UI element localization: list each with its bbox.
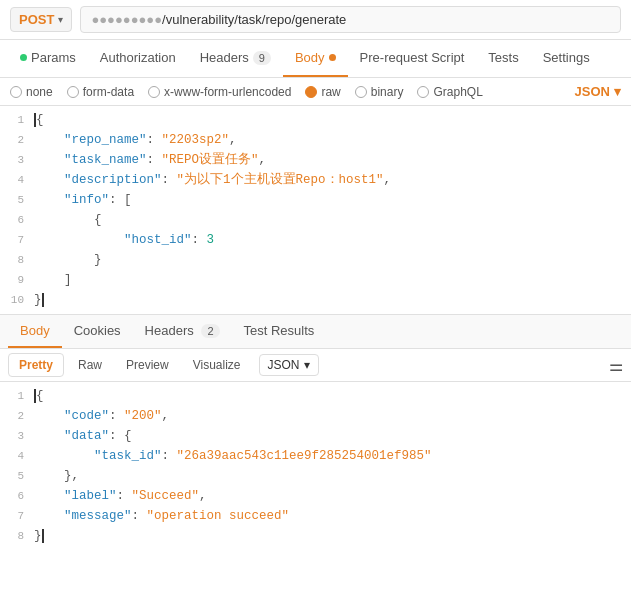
response-tab-body[interactable]: Body (8, 315, 62, 348)
chevron-down-icon: ▾ (58, 14, 63, 25)
url-bar[interactable]: ●●●●●●●●● /vulnerability/task/repo/gener… (80, 6, 621, 33)
req-line-2: 2 "repo_name": "2203sp2", (0, 130, 631, 150)
req-line-4: 4 "description": "为以下1个主机设置Repo：host1", (0, 170, 631, 190)
response-tab-test-results-label: Test Results (244, 323, 315, 338)
tab-body-label: Body (295, 50, 325, 65)
body-type-urlencoded[interactable]: x-www-form-urlencoded (148, 85, 291, 99)
req-line-5: 5 "info": [ (0, 190, 631, 210)
radio-urlencoded-circle (148, 86, 160, 98)
method-label: POST (19, 12, 54, 27)
filter-icon[interactable]: ⚌ (609, 356, 623, 375)
response-section-header: Body Cookies Headers 2 Test Results (0, 315, 631, 349)
json-format-selector[interactable]: JSON ▾ (575, 84, 621, 99)
radio-none-label: none (26, 85, 53, 99)
tab-params[interactable]: Params (8, 40, 88, 77)
pretty-button[interactable]: Pretty (8, 353, 64, 377)
tab-authorization[interactable]: Authorization (88, 40, 188, 77)
response-json-selector[interactable]: JSON ▾ (259, 354, 319, 376)
response-json-chevron-icon: ▾ (304, 358, 310, 372)
resp-line-5: 5 }, (0, 466, 631, 486)
resp-line-7: 7 "message": "operation succeed" (0, 506, 631, 526)
resp-line-2: 2 "code": "200", (0, 406, 631, 426)
top-bar: POST ▾ ●●●●●●●●● /vulnerability/task/rep… (0, 0, 631, 40)
tab-pre-request[interactable]: Pre-request Script (348, 40, 477, 77)
raw-button[interactable]: Raw (68, 354, 112, 376)
radio-binary-circle (355, 86, 367, 98)
req-line-8: 8 } (0, 250, 631, 270)
req-line-9: 9 ] (0, 270, 631, 290)
request-tab-bar: Params Authorization Headers 9 Body Pre-… (0, 40, 631, 78)
body-type-graphql[interactable]: GraphQL (417, 85, 482, 99)
json-chevron-icon: ▾ (614, 84, 621, 99)
response-tab-body-label: Body (20, 323, 50, 338)
url-masked-part: ●●●●●●●●● (91, 12, 162, 27)
tab-authorization-label: Authorization (100, 50, 176, 65)
tab-settings[interactable]: Settings (531, 40, 602, 77)
body-type-binary[interactable]: binary (355, 85, 404, 99)
radio-none-circle (10, 86, 22, 98)
request-code-editor[interactable]: 1 { 2 "repo_name": "2203sp2", 3 "task_na… (0, 106, 631, 315)
tab-params-label: Params (31, 50, 76, 65)
req-line-10: 10 } (0, 290, 631, 310)
params-dot (20, 54, 27, 61)
tab-settings-label: Settings (543, 50, 590, 65)
response-json-label: JSON (268, 358, 300, 372)
radio-binary-label: binary (371, 85, 404, 99)
response-tab-test-results[interactable]: Test Results (232, 315, 327, 348)
response-tab-headers[interactable]: Headers 2 (133, 315, 232, 348)
req-line-6: 6 { (0, 210, 631, 230)
tab-headers-label: Headers (200, 50, 249, 65)
url-path-part: /vulnerability/task/repo/generate (162, 12, 346, 27)
tab-tests-label: Tests (488, 50, 518, 65)
body-type-bar: none form-data x-www-form-urlencoded raw… (0, 78, 631, 106)
radio-urlencoded-label: x-www-form-urlencoded (164, 85, 291, 99)
tab-tests[interactable]: Tests (476, 40, 530, 77)
resp-line-8: 8 } (0, 526, 631, 546)
visualize-button[interactable]: Visualize (183, 354, 251, 376)
radio-raw-label: raw (321, 85, 340, 99)
body-dot (329, 54, 336, 61)
response-code-editor: 1 { 2 "code": "200", 3 "data": { 4 "task… (0, 382, 631, 550)
body-type-none[interactable]: none (10, 85, 53, 99)
body-type-raw[interactable]: raw (305, 85, 340, 99)
response-toolbar: Pretty Raw Preview Visualize JSON ▾ ⚌ (0, 349, 631, 382)
req-line-7: 7 "host_id": 3 (0, 230, 631, 250)
resp-line-6: 6 "label": "Succeed", (0, 486, 631, 506)
radio-formdata-circle (67, 86, 79, 98)
radio-graphql-circle (417, 86, 429, 98)
response-tab-cookies[interactable]: Cookies (62, 315, 133, 348)
preview-button[interactable]: Preview (116, 354, 179, 376)
tab-headers[interactable]: Headers 9 (188, 40, 283, 77)
req-line-3: 3 "task_name": "REPO设置任务", (0, 150, 631, 170)
tab-body[interactable]: Body (283, 40, 348, 77)
json-format-label: JSON (575, 84, 610, 99)
radio-formdata-label: form-data (83, 85, 134, 99)
method-selector[interactable]: POST ▾ (10, 7, 72, 32)
response-headers-badge: 2 (201, 324, 219, 338)
resp-line-3: 3 "data": { (0, 426, 631, 446)
tab-pre-request-label: Pre-request Script (360, 50, 465, 65)
response-tab-headers-label: Headers (145, 323, 194, 338)
body-type-form-data[interactable]: form-data (67, 85, 134, 99)
req-line-1: 1 { (0, 110, 631, 130)
resp-line-1: 1 { (0, 386, 631, 406)
resp-line-4: 4 "task_id": "26a39aac543c11ee9f28525400… (0, 446, 631, 466)
headers-badge: 9 (253, 51, 271, 65)
radio-graphql-label: GraphQL (433, 85, 482, 99)
response-tab-cookies-label: Cookies (74, 323, 121, 338)
radio-raw-circle (305, 86, 317, 98)
